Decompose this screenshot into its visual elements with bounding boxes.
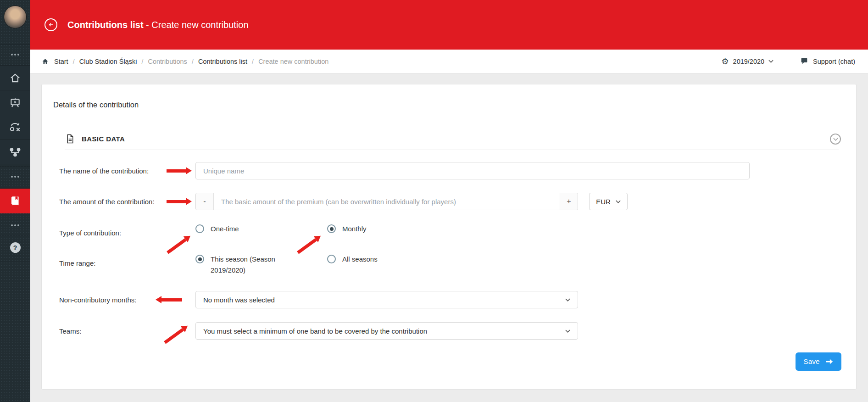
section-title: BASIC DATA xyxy=(82,135,125,143)
contributions-book-icon xyxy=(9,195,21,207)
amount-increment-button[interactable]: + xyxy=(560,193,578,210)
collapse-section-button[interactable] xyxy=(830,134,841,145)
months-field-label: Non-contributory months: xyxy=(59,296,136,304)
breadcrumb-item-start[interactable]: Start xyxy=(54,58,68,65)
breadcrumb-right-cluster: ⚙ 2019/2020 Support (chat) xyxy=(721,57,855,66)
page-title: Contributions list - Create new contribu… xyxy=(67,20,249,30)
breadcrumb-separator: / xyxy=(141,58,143,65)
menu-dots-icon xyxy=(11,54,19,56)
user-avatar[interactable] xyxy=(4,6,27,28)
chevron-down-icon xyxy=(833,138,838,141)
months-dropdown-value: No month was selected xyxy=(203,296,275,304)
home-icon[interactable] xyxy=(41,58,49,65)
radio-one-time[interactable] xyxy=(195,224,204,233)
training-board-icon xyxy=(9,97,21,109)
sidebar-divider xyxy=(0,262,30,262)
gear-icon: ⚙ xyxy=(721,57,729,66)
annotation-arrow-right xyxy=(167,167,192,174)
sidebar-item-tactics[interactable] xyxy=(0,115,30,140)
contribution-name-input[interactable] xyxy=(195,162,750,179)
radio-label: This season (Season 2019/2020) xyxy=(211,253,283,276)
amount-field-label: The amount of the contribution: xyxy=(59,198,155,206)
currency-select[interactable]: EUR xyxy=(589,193,628,210)
amount-decrement-button[interactable]: - xyxy=(196,193,214,210)
basic-data-section-header: BASIC DATA xyxy=(65,133,125,145)
card-title: Details of the contribution xyxy=(53,100,139,109)
teams-dropdown-value: You must select a minimum of one band to… xyxy=(203,327,427,335)
radio-option-monthly[interactable]: Monthly xyxy=(327,224,367,233)
radio-label: Monthly xyxy=(342,224,367,233)
save-button[interactable]: Save xyxy=(796,352,841,371)
months-dropdown[interactable]: No month was selected xyxy=(195,291,578,308)
contribution-amount-input[interactable] xyxy=(214,193,560,210)
sidebar-item-home[interactable] xyxy=(0,65,30,90)
breadcrumb-separator: / xyxy=(192,58,194,65)
tactics-icon xyxy=(9,122,21,134)
radio-this-season[interactable] xyxy=(195,255,204,263)
breadcrumb-item-club[interactable]: Club Stadion Śląski xyxy=(79,58,137,65)
chat-icon xyxy=(800,57,808,65)
page-title-secondary: - Create new contribution xyxy=(146,20,248,30)
breadcrumb-item-contributions[interactable]: Contributions xyxy=(148,58,187,65)
chevron-down-icon xyxy=(565,329,570,333)
sidebar-item-menu-dots-1[interactable] xyxy=(0,44,30,64)
breadcrumb-separator: / xyxy=(252,58,254,65)
back-button[interactable] xyxy=(45,18,57,31)
breadcrumb-item-contributions-list[interactable]: Contributions list xyxy=(198,58,247,65)
sidebar: ? xyxy=(0,0,30,402)
radio-label: All seasons xyxy=(342,255,378,263)
chevron-down-icon xyxy=(565,298,570,302)
radio-option-one-time[interactable]: One-time xyxy=(195,224,239,233)
radio-option-this-season[interactable]: This season (Season 2019/2020) xyxy=(195,255,283,276)
document-icon xyxy=(65,133,75,145)
annotation-arrow-right xyxy=(167,198,192,205)
time-range-field-label: Time range: xyxy=(59,259,95,267)
annotation-arrow-left xyxy=(156,296,182,303)
breadcrumb-bar: Start / Club Stadion Śląski / Contributi… xyxy=(30,50,868,73)
radio-option-all-seasons[interactable]: All seasons xyxy=(327,255,378,263)
sidebar-item-help[interactable]: ? xyxy=(0,235,30,260)
sidebar-item-menu-dots-3[interactable] xyxy=(0,215,30,235)
content-area: Details of the contribution BASIC DATA T… xyxy=(30,73,868,402)
season-label: 2019/2020 xyxy=(733,58,765,65)
teams-dropdown[interactable]: You must select a minimum of one band to… xyxy=(195,322,578,340)
radio-monthly[interactable] xyxy=(327,224,336,233)
team-structure-icon xyxy=(9,146,21,158)
breadcrumb-item-create-new: Create new contribution xyxy=(258,58,328,65)
radio-all-seasons[interactable] xyxy=(327,255,336,263)
save-button-label: Save xyxy=(803,357,819,366)
sidebar-item-team-structure[interactable] xyxy=(0,140,30,164)
annotation-arrow-diagonal xyxy=(295,233,323,255)
type-field-label: Type of contribution: xyxy=(59,229,121,237)
app-window: ? Contributions list - Create new contri… xyxy=(0,0,868,402)
breadcrumb-separator: / xyxy=(73,58,75,65)
teams-field-label: Teams: xyxy=(59,327,81,335)
arrow-left-icon xyxy=(47,21,55,28)
support-label: Support (chat) xyxy=(813,58,855,65)
amount-stepper: - + xyxy=(195,193,578,210)
currency-value: EUR xyxy=(596,198,611,206)
page-title-primary: Contributions list xyxy=(67,20,144,30)
radio-label: One-time xyxy=(211,224,239,233)
annotation-arrow-diagonal xyxy=(162,323,190,345)
section-divider xyxy=(65,150,839,150)
page-header: Contributions list - Create new contribu… xyxy=(30,0,868,50)
sidebar-item-training-board[interactable] xyxy=(0,90,30,115)
chevron-down-icon xyxy=(768,60,773,63)
season-selector[interactable]: ⚙ 2019/2020 xyxy=(721,57,773,66)
annotation-arrow-diagonal xyxy=(165,233,193,255)
name-field-label: The name of the contribution: xyxy=(59,167,149,175)
chevron-down-icon xyxy=(616,200,621,203)
arrow-right-icon xyxy=(825,358,834,365)
home-icon xyxy=(9,72,21,84)
sidebar-item-menu-dots-2[interactable] xyxy=(0,166,30,186)
support-chat-link[interactable]: Support (chat) xyxy=(800,57,855,65)
sidebar-item-contributions-active[interactable] xyxy=(0,188,30,213)
contribution-details-card: Details of the contribution BASIC DATA T… xyxy=(41,84,857,390)
menu-dots-icon xyxy=(11,224,19,226)
help-icon: ? xyxy=(10,242,21,253)
menu-dots-icon xyxy=(11,176,19,178)
